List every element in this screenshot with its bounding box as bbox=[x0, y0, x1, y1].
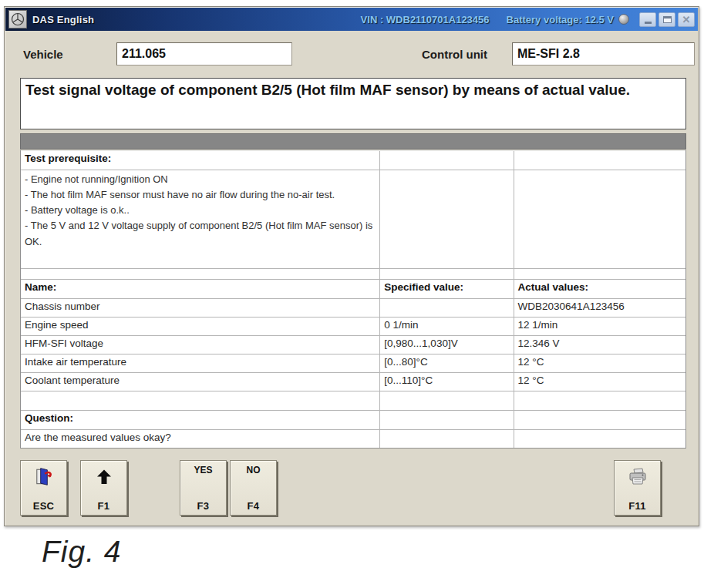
prerequisite-list: - Engine not running/Ignition ON - The h… bbox=[21, 170, 380, 268]
function-key-bar: ESC F1 YES F3 NO F4 bbox=[5, 460, 699, 522]
table-header-row: Name: Specified value: Actual values: bbox=[21, 279, 685, 298]
f1-key-label: F1 bbox=[98, 500, 110, 512]
row-specified-value: 0 1/min bbox=[380, 318, 514, 335]
row-name: Intake air temperature bbox=[21, 354, 380, 372]
prerequisite-item: - Battery voltage is o.k.. bbox=[25, 203, 376, 218]
table-row: Chassis number WDB2030641A123456 bbox=[21, 298, 685, 317]
row-actual-value: 12 1/min bbox=[514, 318, 685, 335]
f3-key-label: F3 bbox=[197, 500, 210, 512]
table-row: Intake air temperature [0...80]°C 12 °C bbox=[21, 354, 685, 372]
battery-voltage-readout: Battery voltage: 12.5 V bbox=[507, 14, 614, 25]
prerequisite-item: - The hot film MAF sensor must have no a… bbox=[25, 187, 376, 203]
window-titlebar: DAS English VIN : WDB2110701A123456 Batt… bbox=[5, 8, 698, 31]
table-row: Are the measured values okay? bbox=[21, 429, 685, 448]
das-window: DAS English VIN : WDB2110701A123456 Batt… bbox=[4, 6, 699, 526]
table-row: HFM-SFI voltage [0,980...1,030]V 12.346 … bbox=[21, 335, 685, 354]
page: DAS English VIN : WDB2110701A123456 Batt… bbox=[0, 0, 704, 588]
exit-door-icon bbox=[34, 465, 54, 489]
question-text: Are the measured values okay? bbox=[21, 430, 380, 448]
prerequisite-item: - Engine not running/Ignition ON bbox=[25, 172, 376, 187]
close-icon: ✕ bbox=[682, 15, 691, 25]
table-row: - Engine not running/Ignition ON - The h… bbox=[21, 170, 685, 268]
row-actual-value: 12 °C bbox=[514, 354, 685, 372]
maximize-button[interactable] bbox=[659, 12, 675, 27]
test-results-table: Test prerequisite: - Engine not running/… bbox=[20, 150, 686, 449]
row-specified-value: [0,980...1,030]V bbox=[380, 336, 514, 354]
control-unit-field[interactable] bbox=[512, 42, 695, 66]
up-arrow-icon bbox=[95, 465, 113, 489]
yes-label: YES bbox=[194, 465, 212, 475]
yes-button[interactable]: YES F3 bbox=[180, 460, 227, 516]
separator-bar bbox=[20, 133, 686, 150]
no-label: NO bbox=[247, 465, 261, 475]
row-name: Engine speed bbox=[21, 318, 380, 335]
row-name: Coolant temperature bbox=[21, 373, 380, 391]
table-spacer-row bbox=[21, 268, 685, 279]
battery-status-icon bbox=[618, 14, 629, 25]
maximize-icon bbox=[663, 16, 672, 23]
vehicle-label: Vehicle bbox=[23, 48, 63, 61]
figure-caption: Fig. 4 bbox=[42, 535, 122, 569]
vehicle-field[interactable] bbox=[116, 42, 292, 66]
row-specified-value: [0...80]°C bbox=[380, 354, 514, 372]
print-button[interactable]: F11 bbox=[614, 460, 661, 516]
table-spacer-row bbox=[21, 391, 685, 410]
close-button[interactable]: ✕ bbox=[678, 12, 695, 27]
column-header-name: Name: bbox=[21, 280, 380, 298]
control-unit-label: Control unit bbox=[422, 48, 487, 61]
column-header-actual: Actual values: bbox=[514, 280, 685, 298]
row-specified-value: [0...110]°C bbox=[380, 373, 514, 391]
row-actual-value: 12 °C bbox=[514, 373, 685, 391]
f4-key-label: F4 bbox=[248, 500, 260, 512]
window-title: DAS English bbox=[32, 14, 94, 25]
row-name: Chassis number bbox=[21, 299, 380, 317]
prerequisite-header: Test prerequisite: bbox=[21, 151, 380, 170]
row-actual-value: 12.346 V bbox=[514, 336, 685, 354]
f1-button[interactable]: F1 bbox=[80, 460, 127, 516]
table-row: Engine speed 0 1/min 12 1/min bbox=[21, 317, 685, 335]
row-actual-value: WDB2030641A123456 bbox=[514, 299, 685, 317]
row-specified-value bbox=[380, 299, 514, 317]
esc-key-label: ESC bbox=[33, 500, 55, 512]
minimize-button[interactable] bbox=[639, 12, 656, 27]
row-name: HFM-SFI voltage bbox=[21, 336, 380, 354]
question-header: Question: bbox=[21, 411, 380, 429]
mercedes-logo-icon bbox=[8, 10, 27, 29]
printer-icon bbox=[627, 465, 648, 489]
column-header-specified: Specified value: bbox=[380, 280, 514, 298]
vin-readout: VIN : WDB2110701A123456 bbox=[361, 14, 490, 25]
table-row: Question: bbox=[21, 410, 685, 429]
esc-button[interactable]: ESC bbox=[20, 460, 67, 516]
test-instruction-text: Test signal voltage of component B2/5 (H… bbox=[20, 78, 686, 129]
f11-key-label: F11 bbox=[628, 500, 646, 512]
minimize-icon bbox=[645, 22, 652, 24]
table-row: Test prerequisite: bbox=[21, 150, 685, 170]
no-button[interactable]: NO F4 bbox=[230, 460, 277, 516]
table-row: Coolant temperature [0...110]°C 12 °C bbox=[21, 372, 685, 391]
prerequisite-item: - The 5 V and 12 V voltage supply of com… bbox=[25, 218, 376, 249]
